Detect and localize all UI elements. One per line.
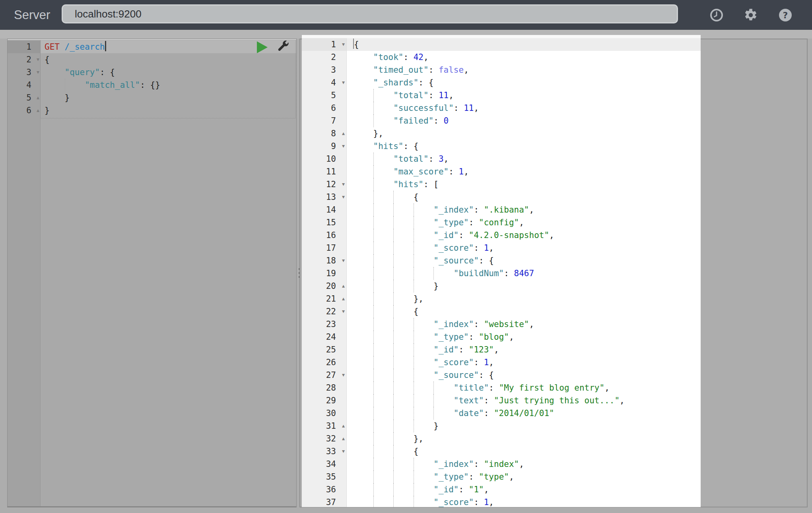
code-line[interactable]: "_score": 1, [353, 356, 701, 369]
fold-open-icon[interactable]: ▾ [342, 140, 345, 153]
request-editor-content[interactable]: GET /_search{"query": {"match_all": {}}} [41, 39, 296, 506]
code-line[interactable]: { [353, 445, 701, 458]
send-request-button[interactable] [257, 41, 268, 53]
code-line[interactable]: "buildNum": 8467 [353, 267, 701, 280]
code-line[interactable]: "_index": "index", [353, 458, 701, 470]
code-token: : { [479, 256, 494, 265]
fold-open-icon[interactable]: ▾ [342, 369, 345, 381]
fold-end-icon[interactable]: ▴ [342, 280, 345, 292]
line-number: 32 [302, 432, 346, 445]
code-line[interactable]: "_shards": { [353, 76, 701, 89]
fold-open-icon[interactable]: ▾ [342, 254, 345, 267]
code-line[interactable]: "took": 42, [353, 51, 701, 64]
code-line[interactable]: "_id": "1", [353, 483, 701, 496]
fold-open-icon[interactable]: ▾ [342, 76, 345, 89]
line-number: 2 [302, 51, 346, 64]
fold-end-icon[interactable]: ▴ [342, 420, 345, 432]
indent-guide [353, 305, 373, 318]
code-line[interactable]: "query": { [45, 66, 296, 79]
code-token: : [433, 116, 443, 126]
code-token: : [429, 154, 439, 164]
fold-open-icon[interactable]: ▾ [342, 178, 345, 191]
code-line[interactable]: { [347, 38, 701, 51]
code-line[interactable]: "_score": 1, [353, 242, 701, 254]
response-editor-gutter: 1▾234▾5678▴9▾101112▾13▾1415161718▾1920▴2… [302, 35, 347, 507]
wrench-tools-button[interactable] [277, 40, 289, 53]
code-line[interactable]: { [353, 191, 701, 203]
code-line[interactable]: "total": 11, [353, 89, 701, 102]
code-line[interactable]: "_index": "website", [353, 318, 701, 331]
code-line[interactable]: "_id": "123", [353, 343, 701, 356]
settings-icon[interactable] [744, 8, 758, 22]
fold-end-icon[interactable]: ▴ [342, 127, 345, 140]
code-line[interactable]: { [45, 53, 296, 66]
fold-open-icon[interactable]: ▾ [37, 66, 39, 79]
code-line[interactable]: "_source": { [353, 369, 701, 381]
request-editor[interactable]: 12▾3▾45▴6▴ GET /_search{"query": {"match… [7, 39, 297, 507]
code-line[interactable]: "successful": 11, [353, 102, 701, 114]
gutter-row: 13▾ [302, 191, 346, 203]
code-token: , [620, 396, 625, 405]
code-line[interactable]: "_type": "blog", [353, 331, 701, 343]
code-line[interactable]: "match_all": {} [45, 79, 296, 91]
code-line[interactable]: { [353, 305, 701, 318]
code-line[interactable]: "_type": "type", [353, 470, 701, 483]
fold-end-icon[interactable]: ▴ [37, 91, 39, 104]
code-line[interactable]: "failed": 0 [353, 114, 701, 127]
fold-open-icon[interactable]: ▾ [342, 305, 345, 318]
fold-end-icon[interactable]: ▴ [37, 104, 39, 117]
gutter-row: 33▾ [302, 445, 346, 458]
fold-open-icon[interactable]: ▾ [37, 53, 39, 66]
line-number: 6 [302, 102, 346, 114]
response-editor[interactable]: 1▾234▾5678▴9▾101112▾13▾1415161718▾1920▴2… [302, 35, 701, 507]
code-line[interactable]: "_source": { [353, 254, 701, 267]
line-number: 6 [8, 104, 40, 117]
indent-guide [353, 178, 373, 191]
history-icon[interactable] [709, 8, 724, 22]
indent-guide [414, 318, 434, 331]
code-token: , [464, 167, 469, 176]
help-icon[interactable]: ? [778, 8, 793, 22]
indent-guide [414, 216, 434, 229]
code-line[interactable]: "_score": 1, [353, 496, 701, 507]
code-line[interactable]: "max_score": 1, [353, 165, 701, 178]
code-line[interactable]: "timed_out": false, [353, 64, 701, 76]
indent-guide [353, 153, 373, 165]
code-line[interactable]: "date": "2014/01/01" [353, 407, 701, 420]
indent-guide [373, 432, 394, 445]
code-line[interactable]: } [353, 280, 701, 292]
code-line[interactable]: "_id": "4.2.0-snapshot", [353, 229, 701, 242]
fold-end-icon[interactable]: ▴ [342, 432, 345, 445]
fold-open-icon[interactable]: ▾ [342, 191, 345, 203]
fold-open-icon[interactable]: ▾ [342, 38, 345, 51]
code-line[interactable]: "title": "My first blog entry", [353, 381, 701, 394]
code-line[interactable]: "text": "Just trying this out...", [353, 394, 701, 407]
code-line[interactable]: "_type": "config", [353, 216, 701, 229]
indent-guide [373, 470, 394, 483]
gutter-row: 3 [302, 64, 346, 76]
code-line[interactable]: }, [353, 292, 701, 305]
code-token: { [354, 40, 359, 49]
code-line[interactable]: "total": 3, [353, 153, 701, 165]
fold-open-icon[interactable]: ▾ [342, 445, 345, 458]
fold-end-icon[interactable]: ▴ [342, 292, 345, 305]
code-token: : [458, 485, 468, 494]
code-line[interactable]: } [45, 91, 296, 104]
line-number: 5 [8, 91, 40, 104]
code-line[interactable]: } [45, 104, 296, 117]
server-address-input[interactable] [62, 4, 678, 23]
response-editor-content[interactable]: {"took": 42,"timed_out": false,"_shards"… [347, 35, 701, 507]
code-line[interactable]: }, [353, 432, 701, 445]
code-token: : [474, 358, 484, 367]
code-line[interactable]: "hits": [ [353, 178, 701, 191]
line-number: 25 [302, 343, 346, 356]
code-line[interactable]: "hits": { [353, 140, 701, 153]
code-line[interactable]: } [353, 420, 701, 432]
code-token: , [549, 230, 554, 240]
line-number: 5 [302, 89, 346, 102]
code-line[interactable]: }, [353, 127, 701, 140]
code-line[interactable]: "_index": ".kibana", [353, 203, 701, 216]
gutter-row: 19 [302, 267, 346, 280]
code-token: : [449, 167, 458, 176]
code-token: "_shards" [373, 78, 419, 87]
